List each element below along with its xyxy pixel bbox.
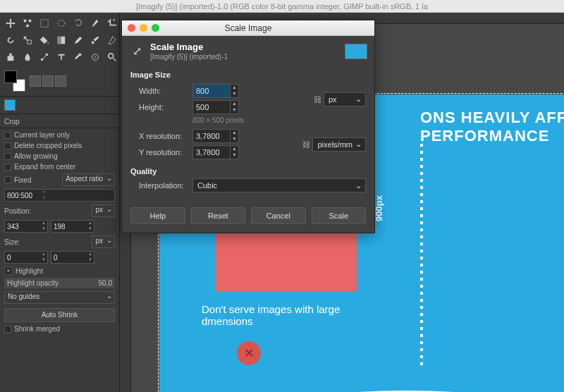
zoom-tool-icon[interactable] [104,49,120,65]
app-titlebar: [Imagify (5)] (imported)-1.0 (RGB color … [0,0,564,13]
yres-stepper[interactable]: ▲▼ [230,146,238,159]
allow-growing-checkbox[interactable] [4,153,11,160]
align-tool-icon[interactable] [20,16,35,31]
app-title: [Imagify (5)] (imported)-1.0 (RGB color … [136,2,428,11]
svg-rect-0 [24,20,27,23]
highlight-opacity-value[interactable]: 50,0 [99,279,112,287]
xres-label: X resolution: [139,132,188,140]
pos-x-input[interactable] [5,221,40,232]
current-layer-label: Current layer only [14,131,70,139]
brush-tool-icon[interactable] [87,32,103,48]
shrink-merged-label: Shrink merged [14,325,60,333]
width-label: Width: [139,87,188,95]
ratio-orient-icon[interactable]: ▭▯ [40,190,47,201]
shrink-merged-checkbox[interactable] [4,326,11,333]
size-label: Size: [4,238,20,246]
rotate-tool-icon[interactable] [3,32,18,48]
xres-input[interactable] [193,130,230,142]
tool-options-title: Crop [0,116,119,128]
text-tool-icon[interactable] [54,49,69,65]
clone-tool-icon[interactable] [3,49,18,65]
fuzzy-select-icon[interactable] [87,16,103,31]
interpolation-select[interactable]: Cubic [192,178,366,192]
svg-point-13 [94,56,96,58]
width-stepper[interactable]: ▲▼ [230,85,238,97]
width-input[interactable] [193,85,230,97]
ratio-input[interactable] [5,190,40,201]
quality-heading: Quality [130,167,366,176]
cancel-button[interactable]: Cancel [251,207,306,224]
reset-button[interactable]: Reset [191,207,246,224]
dialog-header: Scale Image [150,42,228,52]
res-unit-select[interactable]: pixels/mm [312,137,366,152]
rect-select-icon[interactable] [37,16,52,31]
svg-point-14 [109,54,114,59]
dialog-title: Scale Image [122,23,374,33]
interpolation-label: Interpolation: [139,181,188,190]
height-input[interactable] [193,101,230,114]
position-label: Position: [4,207,31,215]
auto-shrink-button[interactable]: Auto Shrink [4,308,115,322]
expand-center-checkbox[interactable] [4,164,11,171]
fg-bg-swatch[interactable] [4,71,25,92]
color-picker-icon[interactable] [70,49,86,65]
dimension-label: 900px [374,195,384,221]
chain-link-icon[interactable]: ⛓ [311,95,324,104]
image-size-heading: Image Size [130,71,366,79]
pencil-tool-icon[interactable] [70,32,86,48]
x-circle-icon: ✕ [237,341,261,365]
expand-center-label: Expand from center [14,163,75,171]
dialog-titlebar[interactable]: Scale Image [122,20,374,36]
svg-rect-5 [27,40,31,44]
size-w-input[interactable] [5,252,40,263]
xres-stepper[interactable]: ▲▼ [230,130,238,142]
scale-icon [129,44,145,59]
size-unit-select[interactable]: px [92,235,115,248]
move-tool-icon[interactable] [3,16,18,31]
gradient-tool-icon[interactable] [54,32,69,48]
measure-tool-icon[interactable] [87,49,103,65]
scale-image-dialog: Scale Image Scale Image [Imagify (5)] (i… [121,20,375,233]
highlight-opacity-label: Highlight opacity [7,279,59,287]
ellipse-select-icon[interactable] [54,16,69,31]
fixed-mode-select[interactable]: Aspect ratio [62,173,115,186]
lasso-tool-icon[interactable] [70,16,86,31]
path-tool-icon[interactable] [37,49,52,65]
allow-growing-label: Allow growing [14,152,58,160]
pattern-preset-icon[interactable] [42,75,54,87]
svg-rect-8 [8,56,14,61]
current-layer-checkbox[interactable] [4,132,11,139]
guides-select[interactable]: No guides [4,291,115,304]
fg-color[interactable] [4,71,17,83]
fixed-checkbox[interactable] [4,176,11,183]
svg-point-4 [58,20,66,27]
pos-y-input[interactable] [51,221,87,232]
scale-button[interactable]: Scale [312,207,367,224]
smudge-tool-icon[interactable] [20,49,35,65]
dialog-subheader: [Imagify (5)] (imported)-1 [150,53,228,61]
height-label: Height: [139,103,188,111]
yres-input[interactable] [193,146,230,159]
help-button[interactable]: Help [130,207,185,224]
highlight-toggle[interactable]: × [4,267,13,275]
scale-tool-icon[interactable] [20,32,35,48]
size-unit-select[interactable]: px [324,92,366,106]
brush-preset-icon[interactable] [30,75,41,87]
position-unit-select[interactable]: px [92,204,115,217]
height-stepper[interactable]: ▲▼ [230,101,238,114]
pixel-hint: 800 × 500 pixels [192,116,366,124]
gradient-preset-icon[interactable] [55,75,66,87]
eraser-tool-icon[interactable] [104,32,120,48]
size-h-input[interactable] [51,252,87,263]
svg-rect-2 [26,25,29,27]
yres-label: Y resolution: [139,148,188,157]
toolbox-panel: Crop Current layer only Delete cropped p… [0,13,120,392]
red-caption: Don't serve images with large dmensions [202,303,385,327]
image-thumbnail [345,44,367,59]
tool-grid [0,13,119,68]
res-chain-icon[interactable]: ⛓ [300,140,312,149]
crop-tool-icon[interactable] [104,16,120,31]
delete-cropped-checkbox[interactable] [4,142,11,149]
bucket-tool-icon[interactable] [37,32,52,48]
active-image-thumb-icon[interactable] [4,99,16,111]
